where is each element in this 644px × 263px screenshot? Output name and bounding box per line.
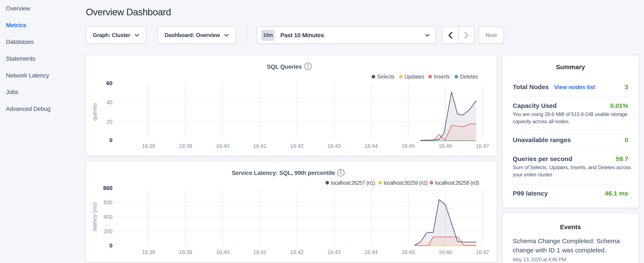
svg-text:localhost:26258 (n3): localhost:26258 (n3) [435, 180, 479, 185]
svg-text:16:46: 16:46 [438, 143, 452, 149]
svg-text:16:41: 16:41 [253, 143, 266, 149]
svg-text:16:42: 16:42 [290, 249, 304, 255]
svg-text:16:44: 16:44 [364, 143, 378, 149]
svg-text:16:47: 16:47 [476, 143, 489, 149]
svg-text:20: 20 [106, 119, 112, 124]
svg-text:16:39: 16:39 [179, 249, 192, 255]
svg-text:40: 40 [106, 99, 112, 105]
svg-text:16:38: 16:38 [142, 249, 155, 255]
svg-text:0: 0 [109, 242, 112, 249]
svg-text:queries: queries [92, 103, 98, 120]
svg-text:16:38: 16:38 [142, 143, 155, 149]
svg-text:200: 200 [104, 228, 112, 234]
svg-text:16:39: 16:39 [179, 143, 192, 149]
svg-text:16:40: 16:40 [216, 249, 230, 255]
svg-text:16:47: 16:47 [476, 249, 489, 255]
svg-text:localhost:26257 (n1): localhost:26257 (n1) [331, 180, 375, 185]
svg-text:Updates: Updates [404, 74, 424, 80]
svg-text:60: 60 [106, 80, 112, 86]
svg-text:16:40: 16:40 [216, 143, 230, 149]
svg-text:16:46: 16:46 [438, 249, 452, 255]
svg-text:SQL Queries: SQL Queries [267, 63, 302, 70]
svg-text:16:45: 16:45 [402, 249, 415, 255]
svg-text:Selects: Selects [377, 74, 394, 80]
svg-text:Deletes: Deletes [460, 74, 478, 80]
svg-text:16:43: 16:43 [328, 249, 341, 255]
svg-text:400: 400 [104, 214, 112, 220]
svg-text:16:41: 16:41 [253, 249, 266, 255]
svg-text:0: 0 [109, 137, 112, 143]
svg-text:localhost:26259 (n2): localhost:26259 (n2) [384, 180, 428, 185]
svg-text:16:42: 16:42 [290, 143, 304, 149]
svg-text:600: 600 [104, 199, 112, 205]
svg-text:16:45: 16:45 [402, 143, 415, 149]
svg-text:Service Latency: SQL, 99th per: Service Latency: SQL, 99th percentile [232, 170, 335, 176]
svg-text:Inserts: Inserts [434, 74, 450, 80]
svg-text:800: 800 [103, 185, 112, 191]
svg-text:16:44: 16:44 [364, 249, 378, 255]
svg-text:latency (ms): latency (ms) [92, 202, 98, 231]
svg-text:16:43: 16:43 [328, 143, 341, 149]
